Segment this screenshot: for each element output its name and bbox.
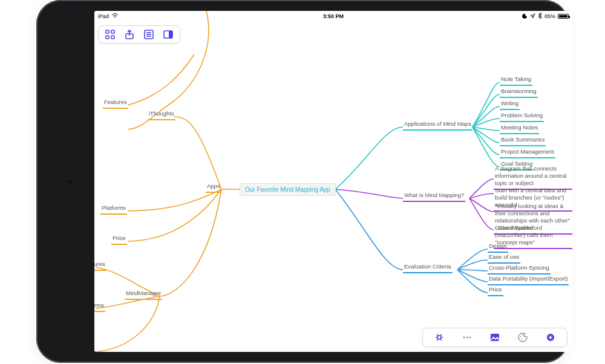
mindmap-canvas[interactable]: Our Favorite Mind Mapping App Apps iThou… [94,11,572,352]
svg-point-9 [463,336,465,338]
leaf-writing[interactable]: Writing [500,99,520,110]
node-price[interactable]: Price [111,234,127,245]
svg-point-16 [522,339,523,340]
leaf-design[interactable]: Design [488,242,508,253]
front-camera [68,179,73,184]
node-apps[interactable]: Apps [206,182,221,193]
leaf-brainstorming[interactable]: Brainstorming [500,87,538,98]
svg-point-15 [522,334,523,336]
leaf-price[interactable]: Price [488,285,503,296]
node-whatis[interactable]: What is Mind Mapping? [403,191,465,202]
leaf-problemsolving[interactable]: Problem Solving [500,111,544,122]
leaf-booksummaries[interactable]: Book Summaries [500,135,546,146]
node-features[interactable]: Features [103,98,128,109]
svg-point-8 [437,336,441,339]
app-screen: iPad 3:50 PM 85% [94,11,572,352]
leaf-portability[interactable]: Data Portability (Import/Export) [488,275,569,285]
leaf-sync[interactable]: Cross-Platform Syncing [488,264,551,275]
svg-point-10 [466,336,468,338]
node-features-2[interactable]: eatures [94,260,106,271]
leaf-note-taking[interactable]: Note Taking [500,75,532,86]
node-style-icon[interactable] [434,332,445,343]
node-ithoughts[interactable]: iThoughts [148,109,175,120]
node-mindmanager[interactable]: MindManager [125,289,162,300]
node-platforms[interactable]: Platforms [100,204,127,215]
more-options-icon[interactable] [462,332,473,343]
color-palette-icon[interactable] [517,332,528,343]
leaf-meetingnotes[interactable]: Meeting Notes [500,123,539,134]
bottom-toolbar [422,328,567,347]
ipad-frame: iPad 3:50 PM 85% [36,0,569,363]
svg-point-11 [469,336,471,338]
node-platforms-2[interactable]: atforms [94,301,105,312]
node-applications[interactable]: Applications of Mind Maps [403,120,473,131]
svg-point-14 [520,336,522,337]
leaf-projectmgmt[interactable]: Project Management [500,148,555,158]
node-criteria[interactable]: Evaluation Criteria [403,262,453,273]
leaf-ease[interactable]: Ease of use [488,253,520,264]
add-node-icon[interactable] [545,332,556,343]
center-node[interactable]: Our Favorite Mind Mapping App [240,183,336,196]
insert-image-icon[interactable] [489,332,500,343]
